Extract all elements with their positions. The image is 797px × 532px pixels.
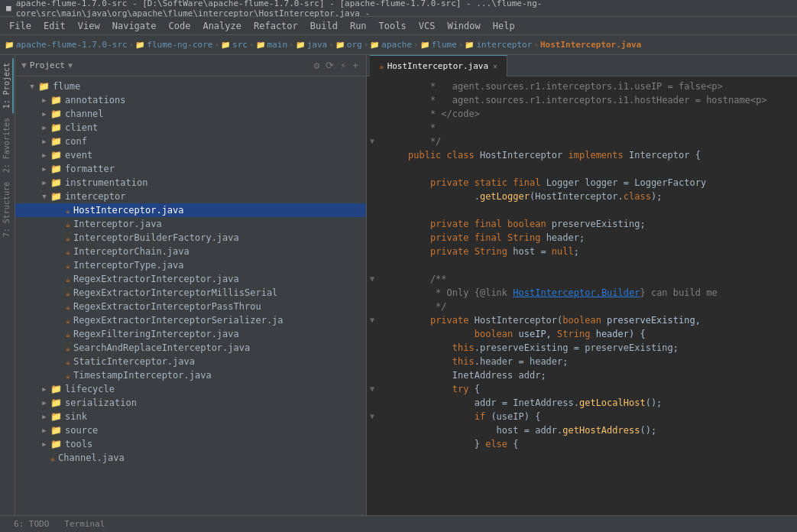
tree-item-channel[interactable]: ▶ 📁 channel (15, 107, 366, 121)
tree-item-InterceptorChain[interactable]: ☕ InterceptorChain.java (15, 245, 366, 258)
menu-run[interactable]: Run (344, 19, 373, 33)
fold-arrow[interactable] (367, 148, 377, 162)
menu-tools[interactable]: Tools (373, 19, 413, 33)
fold-arrow[interactable] (367, 231, 377, 245)
sidebar-tab-structure[interactable]: 7: Structure (1, 177, 14, 242)
fold-arrow[interactable]: ▼ (367, 313, 377, 327)
breadcrumb-flume-ng-core[interactable]: 📁 flume-ng-core (135, 40, 212, 50)
editor-tab-HostInterceptor[interactable]: ☕ HostInterceptor.java ✕ (370, 55, 507, 76)
breadcrumb-interceptor[interactable]: 📁 interceptor (465, 40, 532, 50)
tree-item-annotations[interactable]: ▶ 📁 annotations (15, 93, 366, 107)
fold-arrow[interactable] (367, 355, 377, 368)
menu-edit[interactable]: Edit (37, 19, 72, 33)
code-line: InetAddress addr; (367, 368, 797, 382)
menu-navigate[interactable]: Navigate (106, 19, 163, 33)
todo-tab[interactable]: 6: TODO (6, 519, 57, 529)
menu-build[interactable]: Build (304, 19, 344, 33)
fold-arrow[interactable] (367, 396, 377, 410)
plus-icon[interactable]: + (351, 58, 360, 73)
breadcrumb-java[interactable]: 📁 java (296, 40, 328, 50)
tree-item-formatter[interactable]: ▶ 📁 formatter (15, 162, 366, 176)
refresh-icon[interactable]: ⟳ (324, 58, 335, 73)
fold-arrow[interactable] (367, 245, 377, 258)
breadcrumb-apache[interactable]: 📁 apache (370, 40, 412, 50)
sidebar-tab-favorites[interactable]: 2: Favorites (1, 113, 14, 177)
bolt-icon[interactable]: ⚡ (339, 58, 348, 73)
sidebar-tab-project[interactable]: 1: Project (1, 58, 14, 113)
tree-item-sink[interactable]: ▶ 📁 sink (15, 410, 366, 423)
code-line: ▼ try { (367, 382, 797, 396)
terminal-tab[interactable]: Terminal (57, 519, 112, 529)
tree-item-interceptor[interactable]: ▼ 📁 interceptor (15, 190, 366, 203)
window-title: apache-flume-1.7.0-src - [D:\SoftWare\ap… (16, 0, 791, 18)
tree-item-InterceptorBuilderFactory[interactable]: ☕ InterceptorBuilderFactory.java (15, 231, 366, 245)
tree-item-Channel[interactable]: ☕ Channel.java (15, 451, 366, 465)
code-line: * agent.sources.r1.interceptors.i1.hostH… (367, 93, 797, 107)
fold-arrow[interactable] (367, 203, 377, 217)
title-bar: ■ apache-flume-1.7.0-src - [D:\SoftWare\… (0, 0, 797, 17)
tree-item-SearchReplace[interactable]: ☕ SearchAndReplaceInterceptor.java (15, 341, 366, 355)
fold-arrow[interactable]: ▼ (367, 410, 377, 423)
fold-arrow[interactable] (367, 341, 377, 355)
breadcrumb-flume[interactable]: 📁 flume (420, 40, 457, 50)
fold-arrow[interactable] (367, 300, 377, 313)
menu-code[interactable]: Code (163, 19, 197, 33)
breadcrumb-org[interactable]: 📁 org (335, 40, 362, 50)
menu-file[interactable]: File (3, 19, 37, 33)
breadcrumb-root[interactable]: 📁 apache-flume-1.7.0-src (5, 40, 128, 50)
fold-arrow[interactable] (367, 437, 377, 451)
fold-arrow[interactable] (367, 190, 377, 203)
tree-item-RegexSerializer[interactable]: ☕ RegexExtractorInterceptorSerializer.ja (15, 313, 366, 327)
fold-arrow[interactable] (367, 176, 377, 190)
fold-arrow[interactable] (367, 107, 377, 121)
tree-item-Interceptor[interactable]: ☕ Interceptor.java (15, 217, 366, 231)
code-line: ▼ private HostInterceptor(boolean preser… (367, 313, 797, 327)
fold-arrow[interactable] (367, 162, 377, 176)
fold-arrow[interactable] (367, 368, 377, 382)
tree-item-event[interactable]: ▶ 📁 event (15, 148, 366, 162)
tree-item-source[interactable]: ▶ 📁 source (15, 423, 366, 437)
code-line: * </code> (367, 107, 797, 121)
tree-item-InterceptorType[interactable]: ☕ InterceptorType.java (15, 258, 366, 272)
settings-icon[interactable]: ⚙ (313, 58, 322, 73)
fold-arrow[interactable] (367, 258, 377, 272)
tree-item-client[interactable]: ▶ 📁 client (15, 121, 366, 135)
tree-item-TimestampInterceptor[interactable]: ☕ TimestampInterceptor.java (15, 368, 366, 382)
tree-item-serialization[interactable]: ▶ 📁 serialization (15, 396, 366, 410)
menu-analyze[interactable]: Analyze (196, 19, 248, 33)
menu-help[interactable]: Help (487, 19, 521, 33)
tree-item-conf[interactable]: ▶ 📁 conf (15, 135, 366, 148)
menu-refactor[interactable]: Refactor (248, 19, 304, 33)
menu-vcs[interactable]: VCS (413, 19, 442, 33)
tree-item-HostInterceptor[interactable]: ☕ HostInterceptor.java (15, 203, 366, 217)
breadcrumb-main[interactable]: 📁 main (256, 40, 288, 50)
tree-item-tools[interactable]: ▶ 📁 tools (15, 437, 366, 451)
tree-item-flume[interactable]: ▼ 📁 flume (15, 79, 366, 93)
fold-arrow[interactable] (367, 327, 377, 341)
fold-arrow[interactable] (367, 79, 377, 93)
fold-arrow[interactable] (367, 286, 377, 300)
tree-item-RegexFiltering[interactable]: ☕ RegexFilteringInterceptor.java (15, 327, 366, 341)
tree-item-RegexExtractorInterceptor[interactable]: ☕ RegexExtractorInterceptor.java (15, 272, 366, 286)
breadcrumb-file[interactable]: HostInterceptor.java (540, 40, 641, 50)
tab-close-icon[interactable]: ✕ (493, 62, 497, 70)
fold-arrow[interactable]: ▼ (367, 135, 377, 148)
tree-item-StaticInterceptor[interactable]: ☕ StaticInterceptor.java (15, 355, 366, 368)
fold-arrow[interactable] (367, 93, 377, 107)
fold-arrow[interactable]: ▼ (367, 382, 377, 396)
fold-arrow[interactable] (367, 423, 377, 437)
menu-view[interactable]: View (72, 19, 106, 33)
code-editor[interactable]: ☕ HostInterceptor.java ✕ * agent.sources… (367, 55, 797, 515)
fold-arrow[interactable]: ▼ (367, 272, 377, 286)
terminal-label: Terminal (64, 519, 105, 529)
tree-item-lifecycle[interactable]: ▶ 📁 lifecycle (15, 382, 366, 396)
todo-label: 6: TODO (14, 519, 49, 529)
fold-arrow[interactable] (367, 121, 377, 135)
tree-item-RegexMillis[interactable]: ☕ RegexExtractorInterceptorMillisSerial (15, 286, 366, 300)
fold-arrow[interactable] (367, 217, 377, 231)
breadcrumb-src[interactable]: 📁 src (221, 40, 248, 50)
code-content[interactable]: * agent.sources.r1.interceptors.i1.useIP… (367, 76, 797, 515)
tree-item-instrumentation[interactable]: ▶ 📁 instrumentation (15, 176, 366, 190)
menu-window[interactable]: Window (441, 19, 486, 33)
tree-item-RegexPass[interactable]: ☕ RegexExtractorInterceptorPassThrou (15, 300, 366, 313)
